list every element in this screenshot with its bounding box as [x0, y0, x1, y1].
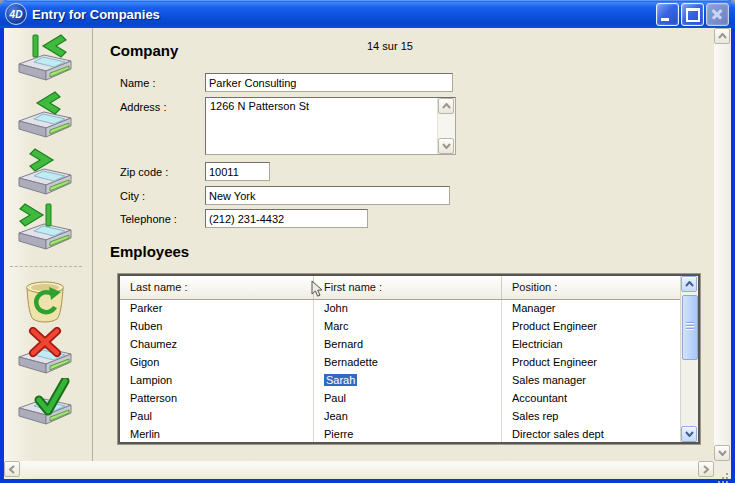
address-field[interactable]: 1266 N Patterson St [205, 97, 456, 155]
address-scroll-down-button[interactable] [438, 138, 454, 154]
table-row[interactable]: Ruben Marc Product Engineer [120, 318, 681, 336]
city-label: City : [120, 190, 145, 202]
window-controls [656, 3, 729, 26]
address-label: Address : [120, 101, 166, 113]
cell-first-name[interactable]: Pierre [314, 426, 502, 442]
address-scrollbar[interactable] [437, 98, 455, 154]
toolbar-divider [10, 266, 82, 267]
cell-last-name[interactable]: Ruben [120, 318, 314, 336]
cell-position[interactable]: Manager [502, 300, 681, 318]
cell-position[interactable]: Sales manager [502, 372, 681, 390]
app-badge-text: 4D [10, 9, 23, 20]
delete-record-button[interactable] [21, 277, 69, 325]
cell-first-name[interactable]: Sarah [314, 372, 502, 390]
titlebar[interactable]: 4D Entry for Companies [0, 0, 735, 28]
close-button[interactable] [706, 3, 729, 26]
employees-heading: Employees [110, 243, 189, 260]
table-scroll-up-button[interactable] [681, 276, 697, 292]
cell-position[interactable]: Accountant [502, 390, 681, 408]
cancel-button[interactable] [17, 327, 73, 377]
employees-table-body: Parker John Manager Ruben Marc Product E… [120, 300, 681, 442]
employees-table-header: Last name : First name : Position : [120, 276, 681, 300]
resize-grip-dots [726, 473, 728, 475]
window-scroll-up-button[interactable] [714, 28, 730, 44]
col-header-last-name[interactable]: Last name : [120, 276, 314, 299]
col-header-first-name[interactable]: First name : [314, 276, 502, 299]
window-scroll-left-button[interactable] [4, 461, 20, 477]
chevron-down-icon [718, 450, 727, 456]
cell-last-name[interactable]: Chaumez [120, 336, 314, 354]
chevron-left-icon [9, 465, 15, 474]
window-scroll-right-button[interactable] [698, 461, 714, 477]
accept-button[interactable] [17, 378, 73, 428]
cell-position[interactable]: Director sales dept [502, 426, 681, 442]
cell-last-name[interactable]: Lampion [120, 372, 314, 390]
table-scroll-thumb[interactable] [682, 295, 698, 360]
table-row-clipped[interactable]: Merlin Pierre Director sales dept [120, 426, 681, 442]
window-scroll-down-button[interactable] [714, 445, 730, 461]
table-row[interactable]: Paul Jean Sales rep [120, 408, 681, 426]
table-row[interactable]: Gigon Bernadette Product Engineer [120, 354, 681, 372]
app-window: 4D Entry for Companies [0, 0, 735, 483]
accept-check-icon [17, 378, 73, 428]
resize-grip[interactable] [714, 461, 731, 478]
cell-last-name[interactable]: Parker [120, 300, 314, 318]
cell-position[interactable]: Product Engineer [502, 354, 681, 372]
previous-record-button[interactable] [17, 91, 73, 141]
mouse-cursor-icon [311, 280, 323, 298]
col-header-position[interactable]: Position : [502, 276, 681, 299]
next-record-button[interactable] [17, 148, 73, 198]
cell-first-name[interactable]: John [314, 300, 502, 318]
table-vertical-scrollbar[interactable] [680, 276, 698, 442]
cell-position[interactable]: Electrician [502, 336, 681, 354]
chevron-down-icon [442, 143, 451, 149]
maximize-icon [686, 8, 700, 22]
cell-first-name[interactable]: Jean [314, 408, 502, 426]
table-row[interactable]: Chaumez Bernard Electrician [120, 336, 681, 354]
cell-first-name[interactable]: Paul [314, 390, 502, 408]
telephone-label: Telephone : [120, 213, 177, 225]
cell-last-name[interactable]: Paul [120, 408, 314, 426]
window-title: Entry for Companies [32, 7, 656, 22]
chevron-down-icon [685, 431, 694, 437]
cell-first-name[interactable]: Bernard [314, 336, 502, 354]
chevron-up-icon [685, 281, 694, 287]
selected-cell-highlight[interactable]: Sarah [324, 374, 357, 386]
telephone-field[interactable] [205, 209, 368, 228]
minimize-button[interactable] [656, 3, 679, 26]
first-record-icon [17, 34, 73, 84]
cell-first-name[interactable]: Bernadette [314, 354, 502, 372]
company-heading: Company [110, 42, 178, 59]
record-counter: 14 sur 15 [367, 40, 413, 52]
table-row[interactable]: Parker John Manager [120, 300, 681, 318]
employees-table: Last name : First name : Position : Park… [118, 274, 700, 444]
name-label: Name : [120, 77, 155, 89]
next-record-icon [17, 148, 73, 198]
trash-recycle-icon [21, 277, 69, 325]
cell-last-name[interactable]: Gigon [120, 354, 314, 372]
city-field[interactable] [205, 186, 450, 205]
address-scroll-up-button[interactable] [438, 98, 454, 114]
first-record-button[interactable] [17, 34, 73, 84]
chevron-right-icon [703, 465, 709, 474]
window-vertical-scrollbar[interactable] [714, 28, 731, 461]
table-scroll-down-button[interactable] [681, 426, 697, 442]
cancel-x-icon [17, 327, 73, 377]
name-field[interactable] [205, 73, 453, 92]
last-record-icon [17, 203, 73, 253]
table-row-selected[interactable]: Lampion Sarah Sales manager [120, 372, 681, 390]
cell-position[interactable]: Sales rep [502, 408, 681, 426]
maximize-button[interactable] [681, 3, 704, 26]
cell-position[interactable]: Product Engineer [502, 318, 681, 336]
cell-first-name[interactable]: Marc [314, 318, 502, 336]
last-record-button[interactable] [17, 203, 73, 253]
zip-field[interactable] [205, 162, 270, 181]
minimize-icon [661, 18, 669, 21]
window-horizontal-scrollbar[interactable] [4, 461, 714, 478]
chevron-up-icon [442, 103, 451, 109]
cell-last-name[interactable]: Patterson [120, 390, 314, 408]
chevron-up-icon [718, 33, 727, 39]
table-row[interactable]: Patterson Paul Accountant [120, 390, 681, 408]
toolbar-separator [92, 28, 93, 461]
cell-last-name[interactable]: Merlin [120, 426, 314, 442]
